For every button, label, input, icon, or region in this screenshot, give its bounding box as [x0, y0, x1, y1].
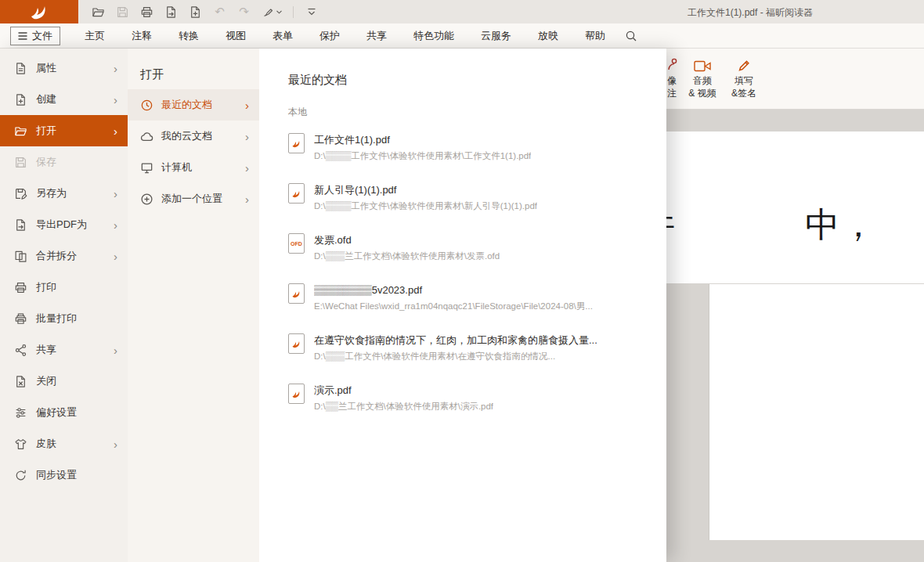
- tab-help[interactable]: 帮助: [572, 23, 619, 48]
- recent-file-item[interactable]: ▒▒▒▒▒▒▒▒5v2023.pdf E:\WeChat Files\wxid_…: [288, 281, 651, 331]
- file-texts: ▒▒▒▒▒▒▒▒5v2023.pdf E:\WeChat Files\wxid_…: [314, 281, 593, 331]
- export-doc-icon[interactable]: [159, 0, 183, 23]
- file-menu-item-preferences[interactable]: 偏好设置: [0, 397, 128, 428]
- audio-video-label-1: 音频: [693, 74, 712, 87]
- batch-print-icon: [14, 312, 27, 326]
- chevron-right-icon: ›: [114, 438, 117, 450]
- redo-icon[interactable]: ↷: [232, 0, 256, 23]
- file-menu-item-save: 保存: [0, 146, 128, 178]
- ink-sign-icon[interactable]: [256, 0, 287, 23]
- file-path: D:\▒▒▒工作文件\体验软件使用素材\在遵守饮食指南的情况...: [314, 351, 597, 362]
- tab-form[interactable]: 表单: [259, 23, 306, 48]
- open-folder-icon: [14, 124, 27, 138]
- file-menu-left-column: 属性 › 创建 › 打开 › 保存 另存为 › 导出PDF为 ›: [0, 49, 128, 562]
- open-panel-item-computer[interactable]: 计算机 ›: [128, 152, 259, 183]
- file-menu-item-label: 属性: [36, 61, 56, 75]
- video-camera-icon: [694, 54, 711, 73]
- recent-file-item[interactable]: OFD 发票.ofd D:\▒▒▒兰工作文档\体验软件使用素材\发票.ofd: [288, 231, 651, 281]
- file-menu-item-close[interactable]: 关闭: [0, 366, 128, 397]
- preferences-icon: [14, 406, 27, 420]
- phoenix-icon: [29, 4, 49, 20]
- close-doc-icon: [14, 375, 27, 388]
- file-menu-item-sync-settings[interactable]: 同步设置: [0, 459, 128, 491]
- undo-icon[interactable]: ↶: [208, 0, 232, 23]
- cloud-icon: [140, 130, 153, 143]
- chevron-right-icon: ›: [245, 130, 249, 143]
- chevron-right-icon: ›: [114, 125, 117, 137]
- recent-file-item[interactable]: 演示.pdf D:\▒▒兰工作文档\体验软件使用素材\演示.pdf: [288, 381, 651, 431]
- pdf-file-icon: [288, 133, 305, 153]
- file-menu-item-batch-print[interactable]: 批量打印: [0, 303, 128, 334]
- file-menu-button-label: 文件: [32, 29, 52, 43]
- toolbar-separator: [293, 6, 294, 18]
- document-page-2: [709, 284, 924, 540]
- fill-sign-button[interactable]: 填写 &签名: [724, 54, 763, 99]
- print-icon[interactable]: [135, 0, 159, 23]
- ribbon-partial-label-1: 像: [667, 74, 677, 87]
- chevron-right-icon: ›: [245, 193, 249, 206]
- skin-icon: [14, 438, 27, 451]
- tab-view[interactable]: 视图: [212, 23, 259, 48]
- menu-tabs: 主页 注释 转换 视图 表单 保护 共享 特色功能 云服务 放映 帮助: [71, 23, 619, 48]
- clock-icon: [140, 99, 153, 112]
- pdf-file-icon: [288, 183, 305, 204]
- open-panel-item-label: 计算机: [161, 160, 192, 175]
- customize-toolbar-icon[interactable]: [299, 0, 323, 23]
- audio-video-label-2: & 视频: [688, 87, 716, 99]
- file-menu-item-print[interactable]: 打印: [0, 272, 128, 303]
- file-menu-item-open[interactable]: 打开 ›: [0, 115, 128, 146]
- foxit-logo[interactable]: [0, 0, 78, 23]
- ofd-file-icon: OFD: [288, 233, 305, 254]
- plus-circle-icon: [140, 193, 153, 206]
- tab-comment[interactable]: 注释: [118, 23, 165, 48]
- file-menu-item-merge-split[interactable]: 合并拆分 ›: [0, 240, 128, 272]
- window-title: 工作文件1(1).pdf - 福昕阅读器: [688, 6, 813, 20]
- recent-file-item[interactable]: 新人引导(1)(1).pdf D:\▒▒▒▒工作文件\体验软件使用素材\新人引导…: [288, 181, 651, 231]
- tab-protect[interactable]: 保护: [306, 23, 353, 48]
- search-icon[interactable]: [620, 25, 642, 47]
- recent-file-item[interactable]: 工作文件1(1).pdf D:\▒▒▒▒工作文件\体验软件使用素材\工作文件1(…: [288, 131, 651, 181]
- open-panel-item-add-place[interactable]: 添加一个位置 ›: [128, 183, 259, 214]
- tab-present[interactable]: 放映: [525, 23, 572, 48]
- tab-convert[interactable]: 转换: [165, 23, 212, 48]
- file-menu-button[interactable]: 文件: [10, 27, 60, 45]
- fill-sign-label-2: &签名: [731, 87, 756, 99]
- file-path: D:\▒▒▒兰工作文档\体验软件使用素材\发票.ofd: [314, 250, 500, 261]
- file-menu-item-share[interactable]: 共享 ›: [0, 334, 128, 366]
- file-menu-item-save-as[interactable]: 另存为 ›: [0, 178, 128, 209]
- pencil-icon: [737, 54, 752, 73]
- chevron-right-icon: ›: [114, 63, 117, 74]
- properties-icon: [14, 62, 27, 75]
- open-panel-item-recent[interactable]: 最近的文档 ›: [128, 89, 259, 121]
- new-doc-icon[interactable]: [183, 0, 208, 23]
- file-menu-item-export-pdf[interactable]: 导出PDF为 ›: [0, 209, 128, 240]
- file-menu-panel: 属性 › 创建 › 打开 › 保存 另存为 › 导出PDF为 ›: [0, 49, 666, 562]
- file-menu-item-label: 批量打印: [36, 312, 77, 326]
- chevron-right-icon: ›: [114, 250, 117, 262]
- audio-video-button[interactable]: 音频 & 视频: [681, 54, 724, 99]
- tab-share[interactable]: 共享: [353, 23, 400, 48]
- file-menu-item-skin[interactable]: 皮肤 ›: [0, 428, 128, 459]
- tab-cloud-service[interactable]: 云服务: [467, 23, 525, 48]
- chevron-right-icon: ›: [245, 161, 249, 175]
- save-icon[interactable]: [110, 0, 135, 23]
- recent-file-item[interactable]: 在遵守饮食指南的情况下，红肉，加工肉和家禽的膳食摄入量... D:\▒▒▒工作文…: [288, 331, 651, 381]
- file-menu-item-label: 打印: [36, 280, 56, 294]
- file-menu-item-properties[interactable]: 属性 ›: [0, 52, 128, 84]
- open-file-icon[interactable]: [86, 0, 110, 23]
- open-panel-item-label: 添加一个位置: [161, 192, 222, 206]
- recent-documents-panel: 最近的文档 本地 工作文件1(1).pdf D:\▒▒▒▒工作文件\体验软件使用…: [259, 49, 666, 562]
- computer-icon: [140, 161, 153, 175]
- open-panel-item-label: 我的云文档: [161, 129, 212, 143]
- recent-documents-title: 最近的文档: [259, 49, 666, 88]
- tab-home[interactable]: 主页: [71, 23, 118, 48]
- file-menu-item-create[interactable]: 创建 ›: [0, 84, 128, 115]
- share-icon: [14, 344, 27, 357]
- portrait-icon: [667, 54, 680, 73]
- open-panel-item-cloud-docs[interactable]: 我的云文档 ›: [128, 121, 259, 152]
- tab-special-features[interactable]: 特色功能: [400, 23, 467, 48]
- file-menu-item-label: 合并拆分: [36, 249, 77, 263]
- ofd-label: OFD: [291, 241, 302, 247]
- save-as-icon: [14, 187, 27, 200]
- export-pdf-icon: [14, 218, 27, 232]
